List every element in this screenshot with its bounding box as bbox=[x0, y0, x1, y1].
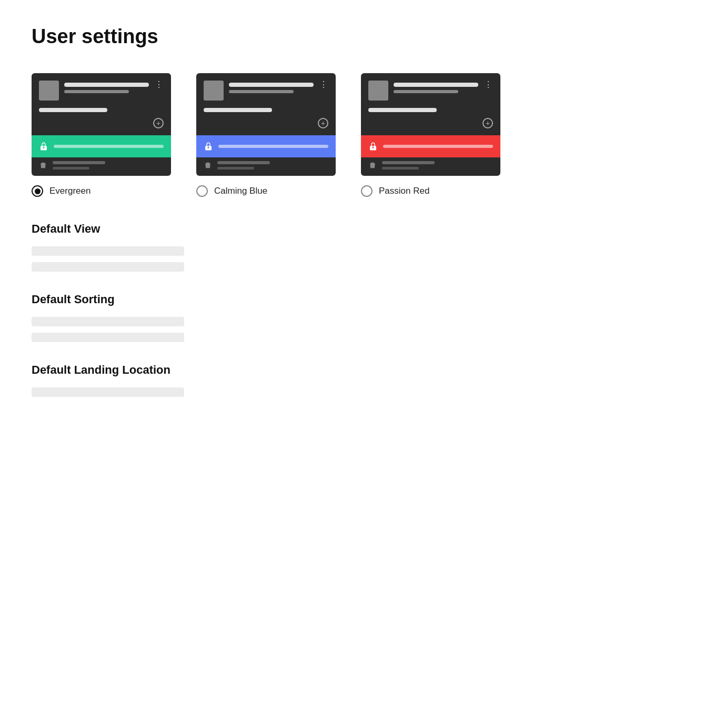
default-sorting-skeleton-2 bbox=[32, 333, 184, 342]
card-bottom-lines bbox=[217, 161, 270, 169]
theme-card-passion-red: ⋮ + bbox=[361, 73, 500, 176]
trash-icon bbox=[368, 161, 377, 169]
radio-calming-blue[interactable]: Calming Blue bbox=[196, 185, 336, 197]
card-avatar bbox=[39, 81, 59, 101]
card-text-lines bbox=[229, 81, 328, 93]
card-line-short bbox=[229, 90, 294, 93]
card-top-row bbox=[204, 81, 328, 101]
card-bottom-row bbox=[39, 161, 164, 169]
card-top-row bbox=[39, 81, 164, 101]
card-plus-icon: + bbox=[482, 118, 493, 128]
card-mid-line bbox=[204, 108, 272, 112]
card-mid-line bbox=[368, 108, 437, 112]
lock-icon bbox=[368, 142, 378, 151]
card-avatar bbox=[204, 81, 224, 101]
card-bottom-row bbox=[204, 161, 328, 169]
card-accent-bar-blue bbox=[196, 135, 336, 157]
card-bottom-lines bbox=[382, 161, 435, 169]
card-top-row bbox=[368, 81, 493, 101]
default-landing-skeleton-1 bbox=[32, 387, 184, 397]
radio-dot-evergreen bbox=[35, 188, 41, 194]
radio-label-evergreen: Evergreen bbox=[49, 186, 90, 196]
lock-icon bbox=[204, 142, 213, 151]
card-dots-icon: ⋮ bbox=[155, 81, 164, 89]
card-dots-icon: ⋮ bbox=[484, 81, 493, 89]
bottom-line-long bbox=[53, 161, 105, 164]
card-accent-bar-red bbox=[361, 135, 500, 157]
bottom-line-short bbox=[53, 167, 89, 169]
radio-circle-evergreen bbox=[32, 185, 43, 197]
radio-circle-passion-red bbox=[361, 185, 373, 197]
card-line-long bbox=[64, 83, 149, 87]
page-title: User settings bbox=[32, 25, 672, 48]
default-view-title: Default View bbox=[32, 222, 672, 236]
theme-selector: ⋮ + bbox=[32, 73, 672, 197]
card-line-long bbox=[229, 83, 314, 87]
radio-evergreen[interactable]: Evergreen bbox=[32, 185, 171, 197]
bottom-line-long bbox=[382, 161, 435, 164]
card-plus-icon: + bbox=[318, 118, 328, 128]
card-avatar bbox=[368, 81, 388, 101]
theme-card-evergreen: ⋮ + bbox=[32, 73, 171, 176]
card-bottom-row bbox=[368, 161, 493, 169]
default-sorting-section: Default Sorting bbox=[32, 293, 672, 342]
theme-card-calming-blue: ⋮ + bbox=[196, 73, 336, 176]
card-mid-row bbox=[368, 108, 493, 112]
theme-option-passion-red[interactable]: ⋮ + Passion R bbox=[361, 73, 500, 197]
card-accent-bar-evergreen bbox=[32, 135, 171, 157]
accent-bar-line bbox=[383, 145, 493, 148]
accent-bar-line bbox=[54, 145, 164, 148]
accent-bar-line bbox=[218, 145, 328, 148]
radio-circle-calming-blue bbox=[196, 185, 208, 197]
default-view-section: Default View bbox=[32, 222, 672, 272]
card-mid-line bbox=[39, 108, 107, 112]
bottom-line-long bbox=[217, 161, 270, 164]
card-dots-icon: ⋮ bbox=[319, 81, 328, 89]
default-sorting-skeleton-1 bbox=[32, 317, 184, 326]
theme-option-evergreen[interactable]: ⋮ + bbox=[32, 73, 171, 197]
card-text-lines bbox=[64, 81, 164, 93]
default-landing-section: Default Landing Location bbox=[32, 363, 672, 397]
default-landing-title: Default Landing Location bbox=[32, 363, 672, 377]
radio-label-passion-red: Passion Red bbox=[379, 186, 429, 196]
trash-icon bbox=[204, 161, 212, 169]
default-view-skeleton-1 bbox=[32, 246, 184, 256]
card-bottom-lines bbox=[53, 161, 105, 169]
card-line-long bbox=[394, 83, 478, 87]
default-sorting-title: Default Sorting bbox=[32, 293, 672, 306]
card-line-short bbox=[394, 90, 458, 93]
card-text-lines bbox=[394, 81, 493, 93]
card-mid-row bbox=[39, 108, 164, 112]
card-plus-icon: + bbox=[153, 118, 164, 128]
trash-icon bbox=[39, 161, 47, 169]
theme-option-calming-blue[interactable]: ⋮ + Calming B bbox=[196, 73, 336, 197]
card-mid-row bbox=[204, 108, 328, 112]
lock-icon bbox=[39, 142, 48, 151]
card-line-short bbox=[64, 90, 129, 93]
radio-label-calming-blue: Calming Blue bbox=[214, 186, 267, 196]
radio-passion-red[interactable]: Passion Red bbox=[361, 185, 500, 197]
bottom-line-short bbox=[217, 167, 254, 169]
default-view-skeleton-2 bbox=[32, 262, 184, 272]
bottom-line-short bbox=[382, 167, 419, 169]
